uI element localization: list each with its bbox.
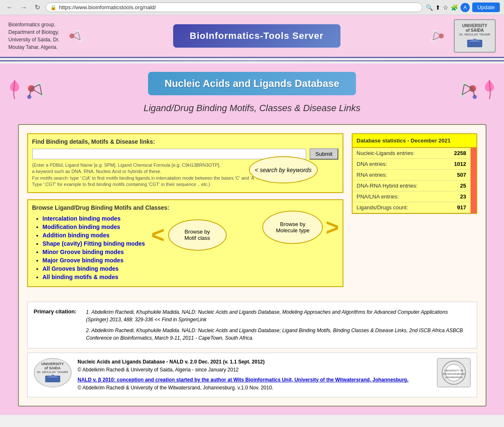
search-label: Find Binding details, Motifs & Disease l… [32, 138, 338, 145]
browse-label: Browse Ligand/Drug Binding Motifs and Cl… [32, 204, 338, 211]
site-header: Bioinformatics group. Department of Biol… [0, 15, 504, 58]
molecule-model-right [456, 72, 481, 105]
browse-list: Intercalation binding modes Modification… [32, 215, 145, 282]
molecule-callout-bubble: Browse byMolecule type [262, 211, 323, 244]
stat-label: PNA/LNA entries: [353, 191, 444, 202]
list-item: Addition binding modes [43, 232, 145, 239]
stats-table: Nucleic-Ligands entries: 2258 DNA entrie… [353, 148, 471, 213]
svg-text:JOHANNESBURG: JOHANNESBURG [445, 376, 463, 379]
footer-title: Nucleic Acids and Ligands Database - NAL… [78, 358, 431, 366]
footer-line2: © Abdelkrim Rachedi & University of the … [78, 384, 431, 392]
separator [0, 60, 504, 61]
header-banner: BioInformatics-Tools Server [173, 24, 340, 48]
stat-label: Nucleic-Ligands entries: [353, 148, 444, 159]
forward-button[interactable]: → [18, 3, 29, 12]
footer-wits-logo: UNIVERSITY OF WITWATERSRAND JOHANNESBURG [437, 358, 471, 387]
ribbon-right-icon [483, 78, 496, 99]
svg-text:WITWATERSRAND: WITWATERSRAND [443, 373, 465, 375]
minor-groove-link[interactable]: Minor Groove binding modes [43, 249, 124, 255]
list-item: All Grooves binding modes [43, 265, 145, 272]
svg-line-19 [31, 89, 42, 95]
main-content-box: Find Binding details, Motifs & Disease l… [18, 124, 486, 407]
table-row: Ligands/Drugs count: 917 [353, 202, 471, 213]
refresh-button[interactable]: ↻ [33, 3, 42, 12]
intercalation-link[interactable]: Intercalation binding modes [43, 215, 121, 222]
update-button[interactable]: Update [472, 3, 500, 12]
stat-value: 2258 [443, 148, 470, 159]
modification-link[interactable]: Modification binding modes [43, 224, 120, 230]
footer-layout: UNIVERSITY of SAIDA Dr. MOULAY TAHAR Nuc… [34, 358, 471, 392]
left-arrow-label: < [151, 224, 165, 247]
citation-section: Primary citation: 1. Abdelkrim Rachedi, … [27, 302, 477, 348]
page-subtitle: Ligand/Drug Binding Motifs, Classes & Di… [48, 103, 456, 114]
back-button[interactable]: ← [4, 3, 15, 12]
table-row: DNA-RNA Hybrid entries: 25 [353, 180, 471, 191]
stat-label: DNA-RNA Hybrid entries: [353, 180, 444, 191]
stats-accent-bar [471, 148, 476, 213]
list-item: Modification binding modes [43, 224, 145, 230]
footer-text: Nucleic Acids and Ligands Database - NAL… [78, 358, 431, 392]
molecule-deco-left [68, 23, 84, 48]
stat-value: 917 [443, 202, 470, 213]
lock-icon: 🔒 [50, 5, 56, 10]
citation-row: Primary citation: 1. Abdelkrim Rachedi, … [34, 308, 471, 342]
stats-panel: Database statistics - December 2021 Nucl… [352, 133, 477, 214]
all-grooves-link[interactable]: All Grooves binding modes [43, 265, 119, 272]
stat-value: 23 [443, 191, 470, 202]
citation-text2: 2. Abdelkrim Rachedi, Khuphukile Madida.… [86, 327, 471, 342]
profile-icon[interactable]: A [461, 3, 470, 12]
right-arrow-label: > [325, 216, 339, 239]
list-item: Minor Groove binding modes [43, 249, 145, 255]
content-left: Find Binding details, Motifs & Disease l… [27, 133, 343, 293]
star-icon[interactable]: ☆ [443, 4, 448, 11]
share-icon[interactable]: ⬆ [435, 4, 440, 11]
table-row: PNA/LNA entries: 23 [353, 191, 471, 202]
list-item: Major Groove binding modes [43, 257, 145, 264]
extension-icon[interactable]: 🧩 [451, 4, 458, 11]
stats-body: Nucleic-Ligands entries: 2258 DNA entrie… [353, 148, 476, 213]
stats-header: Database statistics - December 2021 [353, 134, 476, 148]
stat-label: RNA entries: [353, 170, 444, 180]
page-title-banner: Nucleic Acids and Ligands Database [148, 72, 356, 95]
stat-value: 25 [443, 180, 470, 191]
addition-link[interactable]: Addition binding modes [43, 232, 110, 239]
list-item: All binding motifs & modes [43, 274, 145, 280]
decoration-row: Nucleic Acids and Ligands Database Ligan… [8, 72, 496, 120]
search-callout-container: < search by keywords [249, 156, 318, 183]
browser-actions: 🔍 ⬆ ☆ 🧩 A Update [426, 3, 500, 12]
table-row: DNA entries: 1012 [353, 159, 471, 170]
table-row: Nucleic-Ligands entries: 2258 [353, 148, 471, 159]
search-icon[interactable]: 🔍 [426, 4, 433, 11]
citation-text1: 1. Abdelkrim Rachedi, Khuphukile Madida.… [86, 308, 471, 323]
right-deco [456, 72, 496, 105]
content-right: Database statistics - December 2021 Nucl… [352, 133, 477, 293]
stat-label: DNA entries: [353, 159, 444, 170]
footer-link[interactable]: NALD v. β 2010: conception and creation … [78, 377, 409, 383]
stat-label: Ligands/Drugs count: [353, 202, 444, 213]
svg-line-27 [462, 89, 473, 95]
content-layout: Find Binding details, Motifs & Disease l… [27, 133, 477, 293]
browser-chrome: ← → ↻ 🔒 🔍 ⬆ ☆ 🧩 A Update [0, 0, 504, 15]
url-input[interactable] [59, 4, 418, 10]
stat-value: 1012 [443, 159, 470, 170]
header-left-text: Bioinformatics group. Department of Biol… [8, 21, 59, 51]
search-callout-bubble: < search by keywords [249, 156, 318, 183]
ribbon-left-icon [8, 78, 21, 99]
bracket-callout: < Browse byMotif class [151, 219, 227, 251]
page-title-section: Nucleic Acids and Ligands Database Ligan… [48, 72, 456, 114]
footer-line1: © Abdelkrim Rachedi & University of Said… [78, 366, 431, 374]
url-bar: 🔒 [46, 3, 422, 12]
list-item: Shape (cavity) Fitting binding modes [43, 240, 145, 247]
major-groove-link[interactable]: Major Groove binding modes [43, 257, 124, 264]
page-main: Nucleic Acids and Ligands Database Ligan… [0, 64, 504, 415]
all-motifs-link[interactable]: All binding motifs & modes [43, 274, 118, 280]
footer-university-logo: UNIVERSITY of SAIDA Dr. MOULAY TAHAR [34, 358, 72, 387]
list-item: Intercalation binding modes [43, 215, 145, 222]
shape-fitting-link[interactable]: Shape (cavity) Fitting binding modes [43, 240, 145, 247]
citation-text: 1. Abdelkrim Rachedi, Khuphukile Madida.… [86, 308, 471, 342]
left-deco [8, 72, 48, 105]
header-center: BioInformatics-Tools Server [93, 24, 420, 48]
molecule-callout-container: Browse byMolecule type > [262, 211, 339, 244]
citation-label: Primary citation: [34, 308, 80, 342]
molecule-model-left [23, 72, 48, 105]
